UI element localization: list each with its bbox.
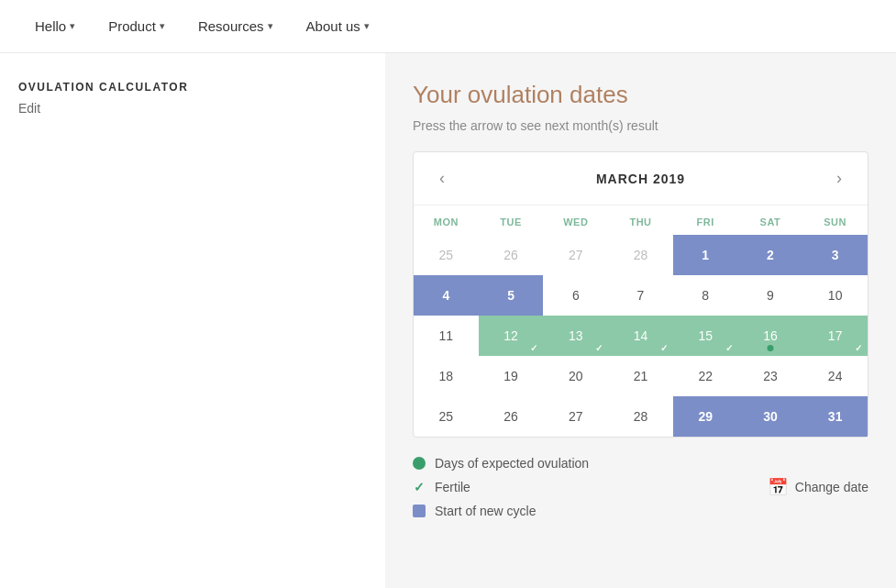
day-number: 1 — [702, 248, 709, 262]
prev-month-button[interactable]: ‹ — [432, 165, 452, 192]
day-cell-5: 5 — [479, 275, 544, 316]
day-header-tue: TUE — [479, 205, 544, 235]
main-nav: Hello▾Product▾Resources▾About us▾ — [0, 0, 896, 53]
day-number: 10 — [828, 288, 843, 303]
day-number: 20 — [569, 369, 583, 383]
day-cell-26: 26 — [479, 396, 544, 437]
day-header-sun: SUN — [802, 205, 868, 235]
day-number: 19 — [503, 369, 518, 383]
legend-dot-icon — [413, 457, 426, 470]
day-number: 27 — [569, 248, 583, 262]
day-cell-15: 15✓ — [673, 316, 738, 356]
day-number: 6 — [572, 288, 580, 303]
day-number: 25 — [439, 409, 454, 424]
day-cell-8: 8 — [673, 275, 738, 316]
day-number: 15 — [698, 328, 713, 343]
nav-item-resources[interactable]: Resources▾ — [182, 0, 290, 52]
day-number: 31 — [828, 409, 843, 424]
calendar-icon: 📅 — [768, 477, 788, 497]
legend-ovulation: Days of expected ovulation — [413, 456, 589, 471]
nav-item-product[interactable]: Product▾ — [92, 0, 182, 52]
legend-ovulation-label: Days of expected ovulation — [435, 456, 589, 471]
day-header-mon: MON — [414, 205, 479, 235]
calendar-month-label: MARCH 2019 — [596, 172, 685, 186]
day-number: 18 — [439, 369, 454, 383]
day-number: 30 — [763, 409, 778, 424]
day-cell-21: 21 — [608, 356, 673, 396]
day-number: 8 — [702, 288, 709, 303]
day-number: 22 — [698, 369, 713, 383]
day-number: 28 — [634, 409, 648, 424]
chevron-icon: ▾ — [268, 20, 273, 32]
nav-label: Resources — [198, 18, 264, 34]
day-number: 13 — [569, 328, 583, 343]
chevron-icon: ▾ — [160, 20, 165, 32]
day-number: 24 — [828, 369, 843, 383]
day-cell-22: 22 — [673, 356, 738, 396]
day-cell-30: 30 — [738, 396, 803, 437]
day-cell-10: 10 — [802, 275, 868, 316]
legend-fertile: ✓ Fertile — [413, 480, 589, 494]
day-number: 14 — [634, 328, 648, 343]
day-cell-19: 19 — [479, 356, 544, 396]
day-number: 17 — [828, 328, 843, 343]
day-cell-11: 11 — [414, 316, 479, 356]
legend-fertile-label: Fertile — [435, 480, 470, 494]
change-date-label: Change date — [795, 480, 868, 494]
day-cell-2: 2 — [738, 235, 803, 275]
day-number: 11 — [439, 328, 454, 343]
day-cell-27: 27 — [543, 396, 608, 437]
day-number: 29 — [698, 409, 713, 424]
day-cell-12: 12✓ — [479, 316, 544, 356]
next-month-button[interactable]: › — [829, 165, 849, 192]
day-cell-28: 28 — [608, 396, 673, 437]
change-date-button[interactable]: 📅 Change date — [768, 477, 868, 497]
day-number: 23 — [763, 369, 778, 383]
fertile-check-icon: ✓ — [660, 343, 668, 353]
page-layout: OVULATION CALCULATOR Edit Your ovulation… — [0, 53, 896, 588]
day-cell-31: 31 — [802, 396, 868, 437]
day-cell-9: 9 — [738, 275, 803, 316]
edit-link[interactable]: Edit — [18, 101, 367, 116]
chevron-icon: ▾ — [364, 20, 370, 32]
day-cell-28: 28 — [608, 235, 673, 275]
day-cell-4: 4 — [414, 275, 479, 316]
day-number: 5 — [507, 288, 514, 303]
legend-check-icon: ✓ — [413, 480, 426, 494]
day-number: 12 — [503, 328, 518, 343]
fertile-check-icon: ✓ — [530, 343, 537, 353]
page-subtitle: Press the arrow to see next month(s) res… — [413, 118, 868, 133]
day-cell-17: 17✓ — [802, 316, 868, 356]
day-number: 7 — [637, 288, 645, 303]
day-number: 16 — [763, 328, 778, 343]
day-cell-1: 1 — [673, 235, 738, 275]
nav-label: About us — [306, 18, 360, 34]
day-cell-6: 6 — [543, 275, 608, 316]
day-cell-13: 13✓ — [543, 316, 608, 356]
day-cell-3: 3 — [802, 235, 868, 275]
sidebar-title: OVULATION CALCULATOR — [18, 81, 367, 94]
day-number: 3 — [832, 248, 839, 262]
nav-item-about-us[interactable]: About us▾ — [290, 0, 386, 52]
nav-item-hello[interactable]: Hello▾ — [18, 0, 92, 52]
day-cell-27: 27 — [543, 235, 608, 275]
nav-label: Hello — [35, 18, 66, 34]
day-number: 9 — [767, 288, 774, 303]
fertile-check-icon: ✓ — [725, 343, 733, 353]
day-cell-18: 18 — [414, 356, 479, 396]
fertile-check-icon: ✓ — [855, 343, 862, 353]
day-header-thu: THU — [608, 205, 673, 235]
legend-row: Days of expected ovulation ✓ Fertile Sta… — [413, 456, 868, 518]
day-cell-7: 7 — [608, 275, 673, 316]
day-number: 25 — [439, 248, 454, 262]
calendar: ‹ MARCH 2019 › MONTUEWEDTHUFRISATSUN2526… — [413, 151, 868, 438]
day-cell-29: 29 — [673, 396, 738, 437]
day-number: 26 — [503, 248, 518, 262]
sidebar: OVULATION CALCULATOR Edit — [0, 53, 385, 588]
day-cell-25: 25 — [414, 396, 479, 437]
legend-square-icon — [413, 505, 426, 517]
fertile-check-icon: ✓ — [595, 343, 603, 353]
day-number: 27 — [569, 409, 583, 424]
day-header-fri: FRI — [673, 205, 738, 235]
day-number: 26 — [503, 409, 518, 424]
